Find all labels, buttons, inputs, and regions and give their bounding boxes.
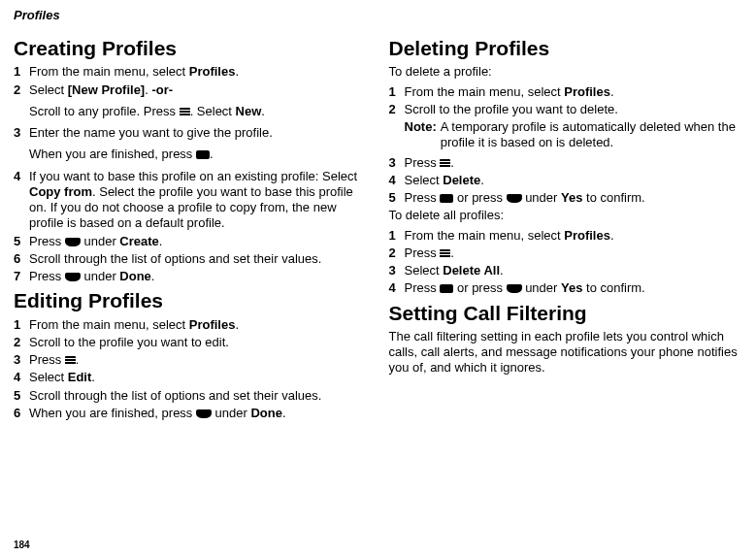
note-label: Note: (405, 119, 437, 151)
step-number: 5 (14, 388, 29, 404)
menu-icon (180, 108, 190, 116)
two-column-layout: Creating Profiles 1 From the main menu, … (14, 32, 742, 423)
heading-deleting-profiles: Deleting Profiles (389, 36, 743, 61)
softkey-icon (507, 194, 522, 203)
steps-creating-cont: 3 Enter the name you want to give the pr… (14, 125, 368, 141)
text: From the main menu, select (405, 228, 565, 243)
text: . (500, 263, 504, 278)
text: Select (29, 82, 68, 97)
step-body: Press . (405, 245, 743, 261)
step: 3 Select Delete All. (389, 263, 743, 278)
bold: Profiles (564, 84, 610, 99)
step-body: Scroll through the list of options and s… (29, 251, 368, 267)
steps-editing: 1 From the main menu, select Profiles. 2… (14, 317, 368, 422)
text: . (610, 84, 614, 99)
step: 2 Scroll to the profile you want to dele… (389, 102, 743, 117)
step-body: Enter the name you want to give the prof… (29, 125, 368, 141)
steps-creating-cont2: 4 If you want to base this profile on an… (14, 169, 368, 285)
text: Select (405, 173, 444, 187)
step: 4 Select Delete. (389, 173, 743, 188)
heading-call-filtering: Setting Call Filtering (389, 301, 743, 326)
text: to confirm. (582, 190, 644, 205)
text: If you want to base this profile on an e… (29, 169, 357, 183)
text: . (151, 269, 155, 283)
step-number: 7 (14, 269, 29, 284)
step-body: Press or press under Yes to confirm. (405, 190, 743, 206)
text: From the main menu, select (29, 64, 189, 79)
step-number: 2 (14, 335, 29, 350)
step-number: 6 (14, 406, 29, 421)
step-number: 2 (14, 82, 29, 98)
ok-icon (440, 284, 453, 293)
text: Press (29, 352, 65, 367)
text: When you are finished, press (29, 406, 196, 420)
step: 4 Press or press under Yes to confirm. (389, 280, 743, 296)
menu-icon (440, 249, 450, 258)
page: Profiles Creating Profiles 1 From the ma… (0, 0, 756, 556)
text: or press (453, 280, 506, 295)
heading-creating-profiles: Creating Profiles (14, 36, 368, 61)
step-number: 4 (14, 169, 29, 232)
text: or press (453, 190, 506, 205)
step: 6 When you are finished, press under Don… (14, 406, 368, 421)
text: . (450, 155, 454, 170)
step-number: 1 (14, 64, 29, 80)
text: under (522, 280, 561, 295)
step-body: Press under Create. (29, 234, 368, 249)
step: 5 Press or press under Yes to confirm. (389, 190, 743, 206)
text: . (610, 228, 614, 243)
steps-delete-all: 1 From the main menu, select Profiles. 2… (389, 228, 743, 297)
right-column: Deleting Profiles To delete a profile: 1… (389, 32, 743, 423)
intro-text: To delete all profiles: (389, 208, 743, 223)
step: 2 Press . (389, 245, 743, 261)
step-body: When you are finished, press under Done. (29, 406, 368, 421)
step: 1 From the main menu, select Profiles. (14, 64, 368, 80)
text: . (210, 147, 214, 161)
text: From the main menu, select (405, 84, 565, 99)
text: . (159, 234, 163, 248)
bold: Yes (561, 190, 582, 205)
step: 2 Scroll to the profile you want to edit… (14, 335, 368, 350)
bold: Create (119, 234, 158, 248)
text: Press (405, 190, 441, 205)
bold: Yes (561, 280, 582, 295)
step: 6 Scroll through the list of options and… (14, 251, 368, 267)
step-body: Press . (29, 352, 368, 368)
body-text: The call filtering setting in each profi… (389, 329, 743, 376)
step-body: From the main menu, select Profiles. (405, 228, 743, 244)
text: Press (29, 269, 65, 283)
text: . (235, 64, 239, 79)
step-body: From the main menu, select Profiles. (405, 84, 743, 100)
softkey-icon (65, 273, 81, 281)
softkey-icon (65, 238, 81, 246)
text: Press (29, 234, 65, 248)
running-head: Profiles (14, 8, 742, 22)
step-body: Select [New Profile]. -or- (29, 82, 368, 98)
bold: [New Profile] (68, 82, 145, 97)
step-body: Press under Done. (29, 269, 368, 284)
page-number: 184 (14, 540, 30, 550)
step: 4 Select Edit. (14, 370, 368, 385)
text: to confirm. (582, 280, 644, 295)
text: When you are finished, press (29, 147, 196, 161)
bold: Delete All (443, 263, 500, 278)
menu-icon (440, 159, 450, 168)
step-number: 4 (389, 173, 405, 188)
steps-creating: 1 From the main menu, select Profiles. 2… (14, 64, 368, 98)
sub-paragraph: Scroll to any profile. Press . Select Ne… (29, 104, 368, 119)
step-body: Select Delete All. (405, 263, 743, 278)
steps-delete-one: 1 From the main menu, select Profiles. 2… (389, 84, 743, 118)
step-body: Press or press under Yes to confirm. (405, 280, 743, 296)
note-text: A temporary profile is automatically del… (441, 119, 742, 151)
step: 3 Enter the name you want to give the pr… (14, 125, 368, 141)
step-body: From the main menu, select Profiles. (29, 317, 368, 333)
step-body: Select Delete. (405, 173, 743, 188)
text: Press (405, 155, 441, 170)
step-number: 6 (14, 251, 29, 267)
step: 5 Scroll through the list of options and… (14, 388, 368, 404)
step: 2 Select [New Profile]. -or- (14, 82, 368, 98)
bold: Done (119, 269, 151, 283)
text: Press (405, 280, 441, 295)
intro-text: To delete a profile: (389, 64, 743, 80)
step-body: From the main menu, select Profiles. (29, 64, 368, 80)
